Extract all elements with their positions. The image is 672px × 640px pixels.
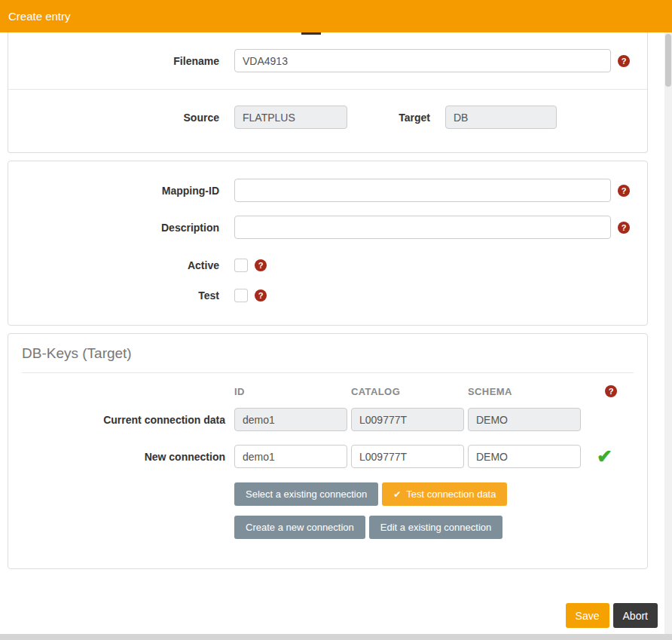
- test-checkbox[interactable]: [234, 289, 248, 302]
- mapping-id-label: Mapping-ID: [8, 185, 234, 197]
- bottom-border-strip: [0, 634, 672, 640]
- filename-row: Filename ?: [8, 49, 647, 72]
- abort-button[interactable]: Abort: [613, 603, 658, 628]
- current-schema-input: [468, 408, 581, 431]
- description-input[interactable]: [234, 216, 611, 239]
- current-id-input: [234, 408, 347, 431]
- section-divider: [8, 89, 647, 90]
- db-keys-title: DB-Keys (Target): [22, 345, 634, 362]
- connection-buttons-row-2: Create a new connection Edit a existing …: [234, 516, 634, 539]
- edit-existing-connection-button[interactable]: Edit a existing connection: [369, 516, 502, 539]
- description-label: Description: [8, 222, 234, 234]
- active-checkbox[interactable]: [234, 259, 248, 272]
- connection-buttons-row-1: Select a existing connection ✔ Test conn…: [234, 482, 634, 506]
- filename-label: Filename: [8, 55, 234, 67]
- current-catalog-input: [351, 408, 464, 431]
- new-id-input[interactable]: [234, 445, 347, 468]
- column-header-catalog: CATALOG: [351, 386, 468, 397]
- connection-valid-check-icon: ✔: [597, 447, 612, 466]
- db-keys-column-headers: ID CATALOG SCHEMA ?: [22, 385, 634, 397]
- test-help-icon[interactable]: ?: [255, 289, 267, 302]
- filename-input[interactable]: [234, 49, 611, 72]
- vertical-scrollbar[interactable]: [664, 32, 672, 634]
- description-help-icon[interactable]: ?: [618, 222, 630, 234]
- current-connection-label: Current connection data: [22, 414, 234, 426]
- active-label: Active: [8, 259, 234, 271]
- db-keys-divider: [22, 372, 634, 373]
- new-schema-input[interactable]: [468, 445, 581, 468]
- new-connection-row: New connection ✔: [22, 445, 634, 468]
- source-label: Source: [8, 112, 234, 124]
- test-connection-button[interactable]: ✔ Test connection data: [382, 482, 507, 506]
- general-section: Filename ? Source Target: [8, 15, 648, 153]
- app-header: Create entry: [0, 0, 672, 32]
- mapping-id-row: Mapping-ID ?: [8, 179, 647, 202]
- page-title: Create entry: [8, 10, 71, 23]
- source-target-row: Source Target: [8, 106, 647, 129]
- column-header-id: ID: [234, 386, 351, 397]
- footer-buttons: Save Abort: [566, 603, 658, 628]
- mapping-section: Mapping-ID ? Description ? Active ? Test…: [8, 161, 648, 326]
- current-connection-row: Current connection data: [22, 408, 634, 431]
- description-row: Description ?: [8, 216, 647, 239]
- select-existing-connection-button[interactable]: Select a existing connection: [234, 482, 378, 506]
- scrollbar-thumb[interactable]: [665, 34, 671, 87]
- check-icon: ✔: [393, 489, 401, 500]
- test-label: Test: [8, 289, 234, 302]
- active-row: Active ?: [8, 259, 647, 272]
- mapping-id-input[interactable]: [234, 179, 611, 202]
- db-keys-section: DB-Keys (Target) ID CATALOG SCHEMA ? Cur…: [8, 333, 648, 569]
- source-input: [234, 106, 347, 129]
- target-input: [445, 106, 557, 129]
- test-connection-label: Test connection data: [406, 488, 496, 500]
- new-connection-label: New connection: [22, 451, 234, 463]
- create-new-connection-button[interactable]: Create a new connection: [234, 516, 365, 539]
- active-help-icon[interactable]: ?: [255, 259, 267, 271]
- active-tab-indicator: [301, 32, 321, 35]
- test-row: Test ?: [8, 289, 647, 302]
- db-keys-help-icon[interactable]: ?: [605, 385, 617, 397]
- save-button[interactable]: Save: [566, 603, 609, 628]
- mapping-id-help-icon[interactable]: ?: [618, 185, 630, 197]
- column-header-schema: SCHEMA: [468, 386, 585, 397]
- footer: Save Abort: [0, 588, 672, 634]
- target-label: Target: [347, 112, 445, 124]
- filename-help-icon[interactable]: ?: [618, 55, 630, 67]
- new-catalog-input[interactable]: [351, 445, 464, 468]
